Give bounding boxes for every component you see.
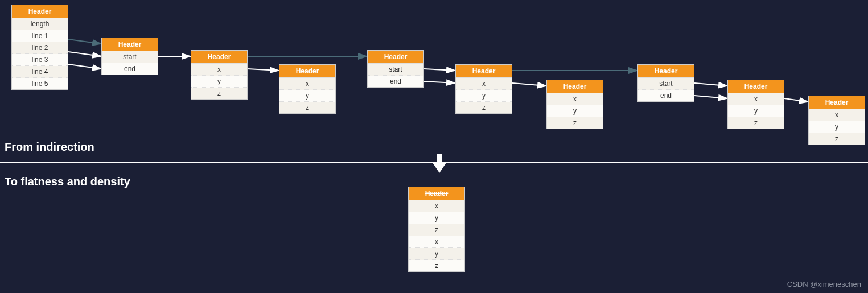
- table-header: Header: [409, 187, 464, 200]
- svg-line-9: [424, 69, 455, 71]
- table-row: x: [547, 93, 603, 105]
- table-flat: Headerxyzxyz: [408, 187, 465, 272]
- table-t0: Headerlengthline 1line 2line 3line 4line…: [11, 5, 68, 90]
- table-row: z: [191, 88, 247, 99]
- svg-line-2: [68, 39, 101, 44]
- table-row: start: [102, 51, 158, 63]
- down-arrow-icon: [433, 154, 446, 175]
- table-header: Header: [102, 38, 158, 51]
- table-t7: Headerstartend: [637, 64, 694, 102]
- table-row: z: [409, 260, 464, 271]
- caption-from: From indirection: [5, 141, 94, 154]
- table-row: x: [191, 64, 247, 76]
- svg-line-14: [784, 98, 808, 102]
- table-row: x: [279, 78, 335, 90]
- table-row: z: [809, 133, 865, 145]
- watermark: CSDN @ximeneschen: [787, 280, 861, 288]
- table-row: y: [279, 90, 335, 102]
- table-row: x: [456, 78, 512, 90]
- table-row: end: [102, 63, 158, 75]
- table-t4: Headerstartend: [367, 50, 424, 88]
- svg-line-10: [424, 81, 455, 83]
- table-header: Header: [809, 96, 865, 109]
- table-row: end: [638, 90, 694, 101]
- table-t5: Headerxyz: [455, 64, 512, 114]
- table-header: Header: [638, 65, 694, 78]
- table-row: y: [409, 212, 464, 224]
- svg-line-13: [694, 96, 727, 98]
- table-header: Header: [279, 65, 335, 78]
- table-row: y: [191, 76, 247, 88]
- table-row: z: [456, 102, 512, 113]
- table-row: y: [409, 248, 464, 260]
- table-row: line 3: [12, 54, 68, 66]
- table-header: Header: [191, 51, 247, 64]
- svg-marker-1: [433, 163, 446, 173]
- table-row: z: [728, 117, 784, 129]
- table-row: x: [809, 109, 865, 121]
- table-row: z: [409, 224, 464, 236]
- table-row: start: [368, 64, 423, 76]
- table-row: z: [279, 102, 335, 113]
- table-row: x: [409, 236, 464, 248]
- table-row: y: [728, 105, 784, 117]
- table-t2: Headerxyz: [191, 50, 248, 100]
- table-row: line 4: [12, 66, 68, 78]
- table-row: y: [547, 105, 603, 117]
- table-t9: Headerxyz: [808, 96, 865, 145]
- table-row: end: [368, 76, 423, 87]
- caption-to: To flatness and density: [5, 175, 130, 188]
- table-header: Header: [547, 80, 603, 93]
- table-row: x: [409, 200, 464, 212]
- table-header: Header: [728, 80, 784, 93]
- svg-line-5: [68, 52, 101, 56]
- table-t8: Headerxyz: [727, 80, 784, 129]
- table-row: length: [12, 18, 68, 30]
- svg-line-11: [512, 83, 546, 86]
- table-row: line 5: [12, 78, 68, 89]
- table-row: line 1: [12, 30, 68, 42]
- table-row: z: [547, 117, 603, 129]
- table-row: y: [809, 121, 865, 133]
- table-header: Header: [456, 65, 512, 78]
- svg-line-6: [68, 64, 101, 69]
- table-header: Header: [368, 51, 423, 64]
- svg-rect-0: [437, 154, 442, 164]
- table-row: y: [456, 90, 512, 102]
- table-t3: Headerxyz: [279, 64, 336, 114]
- table-row: line 2: [12, 42, 68, 54]
- table-t6: Headerxyz: [546, 80, 603, 129]
- table-t1: Headerstartend: [101, 38, 158, 75]
- svg-line-12: [694, 83, 727, 86]
- table-row: start: [638, 78, 694, 90]
- table-header: Header: [12, 5, 68, 18]
- svg-line-8: [248, 69, 279, 71]
- table-row: x: [728, 93, 784, 105]
